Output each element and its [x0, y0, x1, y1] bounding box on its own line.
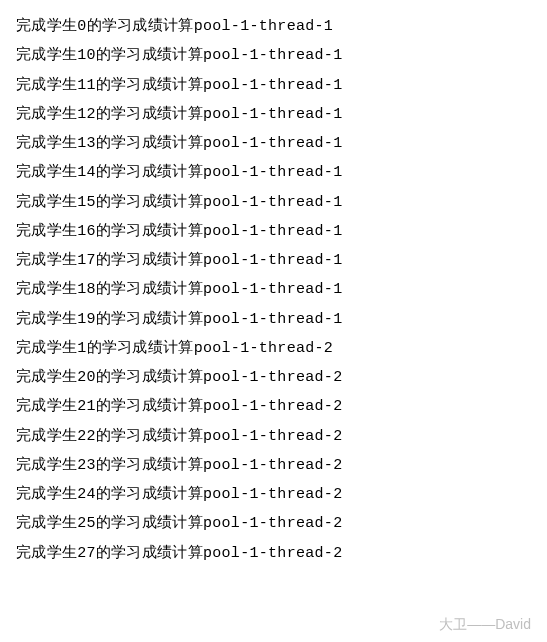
log-middle: 的学习成绩计算	[96, 281, 203, 298]
thread-name: pool-1-thread-1	[203, 164, 343, 181]
log-line: 完成学生27的学习成绩计算pool-1-thread-2	[16, 539, 531, 568]
log-middle: 的学习成绩计算	[96, 311, 203, 328]
student-id: 11	[77, 77, 96, 94]
student-id: 15	[77, 194, 96, 211]
log-prefix: 完成学生	[16, 252, 77, 269]
student-id: 19	[77, 311, 96, 328]
log-line: 完成学生18的学习成绩计算pool-1-thread-1	[16, 275, 531, 304]
watermark-text: 大卫——David	[439, 616, 531, 634]
thread-name: pool-1-thread-1	[203, 252, 343, 269]
log-middle: 的学习成绩计算	[96, 135, 203, 152]
log-middle: 的学习成绩计算	[96, 398, 203, 415]
thread-name: pool-1-thread-1	[203, 77, 343, 94]
log-middle: 的学习成绩计算	[96, 252, 203, 269]
student-id: 1	[77, 340, 86, 357]
log-prefix: 完成学生	[16, 486, 77, 503]
log-prefix: 完成学生	[16, 135, 77, 152]
student-id: 12	[77, 106, 96, 123]
log-middle: 的学习成绩计算	[96, 164, 203, 181]
student-id: 17	[77, 252, 96, 269]
log-line: 完成学生16的学习成绩计算pool-1-thread-1	[16, 217, 531, 246]
thread-name: pool-1-thread-1	[203, 47, 343, 64]
student-id: 27	[77, 545, 96, 562]
log-middle: 的学习成绩计算	[96, 77, 203, 94]
thread-name: pool-1-thread-1	[203, 311, 343, 328]
log-prefix: 完成学生	[16, 340, 77, 357]
student-id: 21	[77, 398, 96, 415]
thread-name: pool-1-thread-1	[203, 106, 343, 123]
log-prefix: 完成学生	[16, 47, 77, 64]
log-prefix: 完成学生	[16, 311, 77, 328]
thread-name: pool-1-thread-2	[203, 369, 343, 386]
log-middle: 的学习成绩计算	[96, 515, 203, 532]
log-line: 完成学生11的学习成绩计算pool-1-thread-1	[16, 71, 531, 100]
student-id: 23	[77, 457, 96, 474]
log-middle: 的学习成绩计算	[96, 369, 203, 386]
log-prefix: 完成学生	[16, 194, 77, 211]
log-prefix: 完成学生	[16, 281, 77, 298]
log-line: 完成学生19的学习成绩计算pool-1-thread-1	[16, 305, 531, 334]
thread-name: pool-1-thread-2	[203, 398, 343, 415]
log-line: 完成学生24的学习成绩计算pool-1-thread-2	[16, 480, 531, 509]
log-prefix: 完成学生	[16, 164, 77, 181]
log-middle: 的学习成绩计算	[87, 340, 194, 357]
student-id: 14	[77, 164, 96, 181]
log-line: 完成学生23的学习成绩计算pool-1-thread-2	[16, 451, 531, 480]
thread-name: pool-1-thread-2	[203, 457, 343, 474]
thread-name: pool-1-thread-2	[203, 428, 343, 445]
thread-name: pool-1-thread-1	[194, 18, 334, 35]
log-line: 完成学生25的学习成绩计算pool-1-thread-2	[16, 509, 531, 538]
student-id: 25	[77, 515, 96, 532]
log-prefix: 完成学生	[16, 398, 77, 415]
log-line: 完成学生20的学习成绩计算pool-1-thread-2	[16, 363, 531, 392]
student-id: 18	[77, 281, 96, 298]
student-id: 24	[77, 486, 96, 503]
log-middle: 的学习成绩计算	[96, 486, 203, 503]
log-line: 完成学生0的学习成绩计算pool-1-thread-1	[16, 12, 531, 41]
log-line: 完成学生15的学习成绩计算pool-1-thread-1	[16, 188, 531, 217]
student-id: 10	[77, 47, 96, 64]
thread-name: pool-1-thread-2	[203, 545, 343, 562]
log-line: 完成学生17的学习成绩计算pool-1-thread-1	[16, 246, 531, 275]
log-middle: 的学习成绩计算	[96, 106, 203, 123]
student-id: 16	[77, 223, 96, 240]
log-prefix: 完成学生	[16, 545, 77, 562]
student-id: 22	[77, 428, 96, 445]
student-id: 20	[77, 369, 96, 386]
thread-name: pool-1-thread-2	[203, 486, 343, 503]
log-prefix: 完成学生	[16, 428, 77, 445]
log-line: 完成学生14的学习成绩计算pool-1-thread-1	[16, 158, 531, 187]
thread-name: pool-1-thread-1	[203, 194, 343, 211]
student-id: 13	[77, 135, 96, 152]
log-prefix: 完成学生	[16, 369, 77, 386]
thread-name: pool-1-thread-2	[203, 515, 343, 532]
log-middle: 的学习成绩计算	[87, 18, 194, 35]
thread-name: pool-1-thread-1	[203, 223, 343, 240]
thread-name: pool-1-thread-2	[194, 340, 334, 357]
log-line: 完成学生21的学习成绩计算pool-1-thread-2	[16, 392, 531, 421]
log-line: 完成学生1的学习成绩计算pool-1-thread-2	[16, 334, 531, 363]
student-id: 0	[77, 18, 86, 35]
log-prefix: 完成学生	[16, 106, 77, 123]
log-prefix: 完成学生	[16, 77, 77, 94]
log-line: 完成学生10的学习成绩计算pool-1-thread-1	[16, 41, 531, 70]
thread-name: pool-1-thread-1	[203, 135, 343, 152]
log-prefix: 完成学生	[16, 18, 77, 35]
log-middle: 的学习成绩计算	[96, 194, 203, 211]
log-line: 完成学生12的学习成绩计算pool-1-thread-1	[16, 100, 531, 129]
log-prefix: 完成学生	[16, 515, 77, 532]
log-middle: 的学习成绩计算	[96, 428, 203, 445]
log-prefix: 完成学生	[16, 223, 77, 240]
log-middle: 的学习成绩计算	[96, 223, 203, 240]
log-middle: 的学习成绩计算	[96, 545, 203, 562]
log-line: 完成学生22的学习成绩计算pool-1-thread-2	[16, 422, 531, 451]
log-middle: 的学习成绩计算	[96, 457, 203, 474]
console-output: 完成学生0的学习成绩计算pool-1-thread-1完成学生10的学习成绩计算…	[16, 12, 531, 568]
thread-name: pool-1-thread-1	[203, 281, 343, 298]
log-prefix: 完成学生	[16, 457, 77, 474]
log-middle: 的学习成绩计算	[96, 47, 203, 64]
log-line: 完成学生13的学习成绩计算pool-1-thread-1	[16, 129, 531, 158]
